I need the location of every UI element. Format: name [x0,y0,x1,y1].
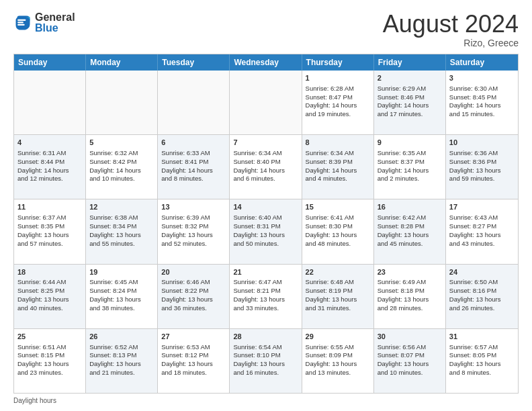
day-number: 19 [89,267,154,277]
calendar-cell-r0c0 [14,71,86,134]
day-number: 9 [378,138,442,148]
header: General Blue August 2024 Rizo, Greece [13,12,519,48]
day-info-line: Sunset: 8:18 PM [378,287,442,295]
day-info-line: Sunset: 8:42 PM [89,158,154,167]
day-number: 2 [378,73,442,83]
weekday-header-sunday: Sunday [14,54,86,71]
calendar-cell-r3c2: 20Sunrise: 6:46 AMSunset: 8:22 PMDayligh… [158,265,230,328]
day-number: 7 [233,138,298,148]
calendar-cell-r3c1: 19Sunrise: 6:45 AMSunset: 8:24 PMDayligh… [86,265,158,328]
day-info-line: Sunrise: 6:39 AM [161,214,226,222]
day-info-line: Sunset: 8:05 PM [449,351,515,360]
day-info-line: and 2 minutes. [378,175,442,183]
day-info-line: Sunset: 8:10 PM [233,351,298,360]
day-info-line: and 13 minutes. [306,369,370,377]
day-info-line: Sunrise: 6:34 AM [233,149,298,158]
day-info-line: and 50 minutes. [233,240,298,248]
calendar-cell-r3c0: 18Sunrise: 6:44 AMSunset: 8:25 PMDayligh… [14,265,86,328]
day-info-line: and 52 minutes. [161,240,226,248]
day-number: 8 [306,138,370,148]
calendar-header: SundayMondayTuesdayWednesdayThursdayFrid… [14,54,518,71]
day-info-line: and 33 minutes. [233,304,298,313]
calendar-cell-r0c1 [86,71,158,134]
day-info-line: Daylight: 13 hours [378,231,442,240]
day-info-line: Sunset: 8:30 PM [306,222,370,231]
day-info-line: Sunrise: 6:49 AM [378,278,442,287]
day-info-line: Daylight: 14 hours [306,167,370,175]
day-number: 16 [378,202,442,212]
day-info-line: Sunset: 8:40 PM [233,158,298,167]
day-info-line: Daylight: 13 hours [17,295,82,304]
calendar-cell-r4c6: 31Sunrise: 6:57 AMSunset: 8:05 PMDayligh… [446,329,518,393]
day-info-line: Daylight: 13 hours [306,360,370,369]
title-area: August 2024 Rizo, Greece [383,12,519,48]
day-info-line: Sunset: 8:09 PM [306,351,370,360]
day-info-line: Sunset: 8:15 PM [17,351,82,360]
day-info-line: Daylight: 13 hours [161,360,226,369]
day-info-line: Sunset: 8:36 PM [449,158,515,167]
day-number: 23 [378,267,442,277]
day-info-line: Daylight: 14 hours [17,167,82,175]
day-info-line: Sunrise: 6:34 AM [306,149,370,158]
day-info-line: and 15 minutes. [449,110,515,119]
footer-note: Daylight hours [13,397,519,404]
logo-text: General Blue [35,12,75,34]
calendar-cell-r3c5: 23Sunrise: 6:49 AMSunset: 8:18 PMDayligh… [374,265,446,328]
day-info-line: and 38 minutes. [89,304,154,313]
logo-icon [13,13,32,32]
calendar-cell-r1c3: 7Sunrise: 6:34 AMSunset: 8:40 PMDaylight… [230,135,302,199]
day-number: 4 [17,138,82,148]
calendar-cell-r3c3: 21Sunrise: 6:47 AMSunset: 8:21 PMDayligh… [230,265,302,328]
day-number: 27 [161,332,226,342]
day-info-line: and 36 minutes. [161,304,226,313]
day-info-line: Daylight: 13 hours [449,167,515,175]
day-info-line: Daylight: 13 hours [233,295,298,304]
day-info-line: Daylight: 13 hours [17,231,82,240]
day-number: 31 [449,332,515,342]
weekday-header-thursday: Thursday [302,54,374,71]
calendar-cell-r0c6: 3Sunrise: 6:30 AMSunset: 8:45 PMDaylight… [446,71,518,134]
day-info-line: Daylight: 13 hours [89,295,154,304]
day-info-line: Sunrise: 6:30 AM [449,85,515,93]
svg-rect-2 [17,24,25,26]
day-info-line: Sunset: 8:46 PM [378,93,442,102]
weekday-header-saturday: Saturday [446,54,518,71]
day-info-line: Sunrise: 6:41 AM [306,214,370,222]
day-info-line: Daylight: 13 hours [449,360,515,369]
day-info-line: Daylight: 14 hours [378,101,442,110]
day-info-line: and 4 minutes. [306,175,370,183]
day-info-line: Sunset: 8:22 PM [161,287,226,295]
day-info-line: Sunrise: 6:28 AM [306,85,370,93]
calendar-cell-r1c6: 10Sunrise: 6:36 AMSunset: 8:36 PMDayligh… [446,135,518,199]
calendar-cell-r0c5: 2Sunrise: 6:29 AMSunset: 8:46 PMDaylight… [374,71,446,134]
day-info-line: Sunrise: 6:52 AM [89,343,154,352]
day-info-line: Sunset: 8:37 PM [378,158,442,167]
day-info-line: Daylight: 13 hours [233,360,298,369]
day-info-line: Sunset: 8:16 PM [449,287,515,295]
day-info-line: Sunrise: 6:37 AM [17,214,82,222]
day-info-line: and 10 minutes. [378,369,442,377]
calendar-cell-r2c4: 15Sunrise: 6:41 AMSunset: 8:30 PMDayligh… [302,199,374,263]
day-info-line: Daylight: 13 hours [449,231,515,240]
day-info-line: Daylight: 13 hours [378,295,442,304]
month-title: August 2024 [383,12,519,36]
day-info-line: Sunset: 8:07 PM [378,351,442,360]
calendar-row-3: 18Sunrise: 6:44 AMSunset: 8:25 PMDayligh… [14,264,518,328]
day-info-line: Sunrise: 6:47 AM [233,278,298,287]
day-number: 25 [17,332,82,342]
logo-blue: Blue [35,23,75,34]
calendar-cell-r1c1: 5Sunrise: 6:32 AMSunset: 8:42 PMDaylight… [86,135,158,199]
day-info-line: and 8 minutes. [161,175,226,183]
day-info-line: Sunset: 8:24 PM [89,287,154,295]
calendar-body: 1Sunrise: 6:28 AMSunset: 8:47 PMDaylight… [14,71,518,393]
day-info-line: Sunrise: 6:55 AM [306,343,370,352]
calendar-cell-r4c5: 30Sunrise: 6:56 AMSunset: 8:07 PMDayligh… [374,329,446,393]
day-info-line: and 59 minutes. [449,175,515,183]
day-info-line: and 23 minutes. [17,369,82,377]
day-info-line: and 19 minutes. [306,110,370,119]
day-number: 30 [378,332,442,342]
day-number: 22 [306,267,370,277]
day-info-line: Sunset: 8:27 PM [449,222,515,231]
day-number: 21 [233,267,298,277]
weekday-header-friday: Friday [374,54,446,71]
